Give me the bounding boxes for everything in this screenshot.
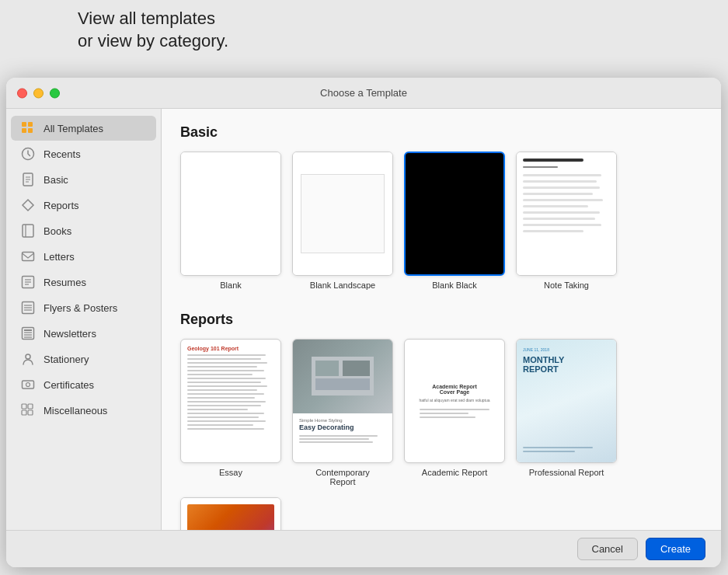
template-item-contemporary-report[interactable]: Simple Home Styling Easy Decorating — [292, 339, 393, 486]
sidebar-item-flyers-posters[interactable]: Flyers & Posters — [11, 295, 156, 320]
sidebar-item-miscellaneous[interactable]: Miscellaneous — [11, 398, 156, 423]
template-thumb-term: Geology 101 Report — [180, 497, 281, 530]
basic-section-title: Basic — [180, 124, 702, 141]
sidebar-item-newsletters[interactable]: Newsletters — [11, 321, 156, 346]
reports-template-grid: Geology 101 Report — [180, 339, 702, 530]
sidebar-item-stationery[interactable]: Stationery — [11, 347, 156, 371]
envelope-icon — [20, 249, 36, 264]
svg-rect-3 — [28, 128, 33, 133]
person-circle-icon — [20, 351, 36, 367]
template-label-academic-report: Academic Report — [422, 468, 487, 477]
template-thumb-academic: Academic ReportCover Page hatful at aliq… — [404, 339, 505, 463]
template-thumb-blank — [180, 152, 281, 276]
sidebar-label-newsletters: Newsletters — [44, 328, 96, 340]
sidebar-label-certificates: Certificates — [44, 379, 94, 391]
term-visual: Geology 101 Report — [181, 498, 280, 530]
svg-rect-31 — [28, 410, 33, 415]
basic-section: Basic Blank — [180, 124, 702, 290]
svg-rect-0 — [22, 122, 26, 127]
template-item-term-paper[interactable]: Geology 101 Report Term Paper — [180, 497, 281, 530]
landscape-inner-visual — [293, 152, 392, 275]
svg-point-27 — [26, 383, 30, 387]
main-panel: Basic Blank — [162, 109, 721, 530]
newspaper-icon — [20, 326, 36, 341]
sidebar: All Templates Recents — [6, 109, 162, 530]
svg-point-25 — [26, 354, 30, 359]
template-item-blank-landscape[interactable]: Blank Landscape — [292, 152, 393, 290]
sidebar-item-books[interactable]: Books — [11, 218, 156, 243]
close-button[interactable] — [17, 88, 27, 98]
certificate-icon — [20, 377, 36, 392]
template-thumb-contemporary: Simple Home Styling Easy Decorating — [292, 339, 393, 463]
svg-rect-9 — [23, 225, 33, 237]
sidebar-label-letters: Letters — [44, 251, 75, 263]
title-bar: Choose a Template — [6, 78, 721, 109]
essay-visual: Geology 101 Report — [181, 340, 280, 462]
sidebar-label-basic: Basic — [44, 174, 68, 186]
svg-rect-2 — [22, 128, 26, 133]
doc-icon — [20, 172, 36, 187]
sidebar-label-recents: Recents — [44, 148, 81, 160]
sidebar-item-letters[interactable]: Letters — [11, 244, 156, 269]
template-label-blank-black: Blank Black — [432, 281, 476, 290]
traffic-lights — [17, 88, 60, 98]
svg-rect-26 — [23, 381, 34, 389]
content-area: All Templates Recents — [6, 109, 721, 530]
callout-text: View all templates or view by category. — [0, 0, 728, 58]
fullscreen-button[interactable] — [50, 88, 60, 98]
svg-rect-30 — [22, 410, 26, 415]
contemporary-visual: Simple Home Styling Easy Decorating — [293, 340, 392, 462]
template-item-blank[interactable]: Blank — [180, 152, 281, 290]
template-thumb-blank-black — [404, 152, 505, 276]
book-icon — [20, 223, 36, 239]
sidebar-item-basic[interactable]: Basic — [11, 167, 156, 192]
person-lines-icon — [20, 274, 36, 290]
template-label-blank-landscape: Blank Landscape — [310, 281, 375, 290]
template-thumb-blank-landscape — [292, 152, 393, 276]
professional-visual: JUNE 11, 2018 MONTHLYREPORT — [517, 340, 616, 462]
sidebar-item-reports[interactable]: Reports — [11, 193, 156, 218]
template-item-professional-report[interactable]: JUNE 11, 2018 MONTHLYREPORT Professional… — [516, 339, 617, 486]
create-button[interactable]: Create — [646, 538, 705, 560]
sidebar-label-books: Books — [44, 225, 71, 237]
cancel-button[interactable]: Cancel — [577, 538, 638, 560]
academic-visual: Academic ReportCover Page hatful at aliq… — [405, 340, 504, 462]
template-item-note-taking[interactable]: Note Taking — [516, 152, 617, 290]
template-item-blank-black[interactable]: Blank Black — [404, 152, 505, 290]
sidebar-label-stationery: Stationery — [44, 354, 89, 365]
grid-icon — [20, 120, 36, 136]
template-thumb-essay: Geology 101 Report — [180, 339, 281, 463]
sidebar-item-certificates[interactable]: Certificates — [11, 372, 156, 397]
window-title: Choose a Template — [320, 87, 407, 99]
svg-rect-35 — [315, 378, 370, 390]
sidebar-item-resumes[interactable]: Resumes — [11, 270, 156, 294]
svg-rect-28 — [22, 404, 26, 409]
template-chooser-window: Choose a Template All Templates — [6, 78, 721, 567]
template-label-contemporary-report: ContemporaryReport — [315, 468, 370, 486]
clock-icon — [20, 146, 36, 162]
svg-rect-33 — [315, 361, 339, 376]
template-label-note-taking: Note Taking — [544, 281, 589, 290]
grid-misc-icon — [20, 402, 36, 418]
sidebar-label-reports: Reports — [44, 200, 79, 211]
template-label-professional-report: Professional Report — [529, 468, 604, 477]
svg-rect-34 — [343, 361, 370, 376]
note-taking-visual — [517, 152, 616, 275]
template-item-essay[interactable]: Geology 101 Report — [180, 339, 281, 486]
sidebar-label-flyers-posters: Flyers & Posters — [44, 302, 117, 314]
sidebar-label-resumes: Resumes — [44, 277, 86, 288]
svg-rect-11 — [23, 253, 34, 261]
sidebar-label-miscellaneous: Miscellaneous — [44, 405, 107, 416]
svg-rect-1 — [28, 122, 33, 127]
template-thumb-note-taking — [516, 152, 617, 276]
template-label-blank: Blank — [220, 281, 242, 290]
basic-template-grid: Blank Blank Landscape — [180, 152, 702, 290]
template-item-academic-report[interactable]: Academic ReportCover Page hatful at aliq… — [404, 339, 505, 486]
diamond-icon — [20, 197, 36, 213]
svg-rect-29 — [28, 404, 33, 409]
minimize-button[interactable] — [33, 88, 44, 98]
action-bar: Cancel Create — [6, 530, 721, 567]
template-thumb-professional: JUNE 11, 2018 MONTHLYREPORT — [516, 339, 617, 463]
sidebar-item-recents[interactable]: Recents — [11, 141, 156, 166]
sidebar-item-all-templates[interactable]: All Templates — [11, 116, 156, 141]
